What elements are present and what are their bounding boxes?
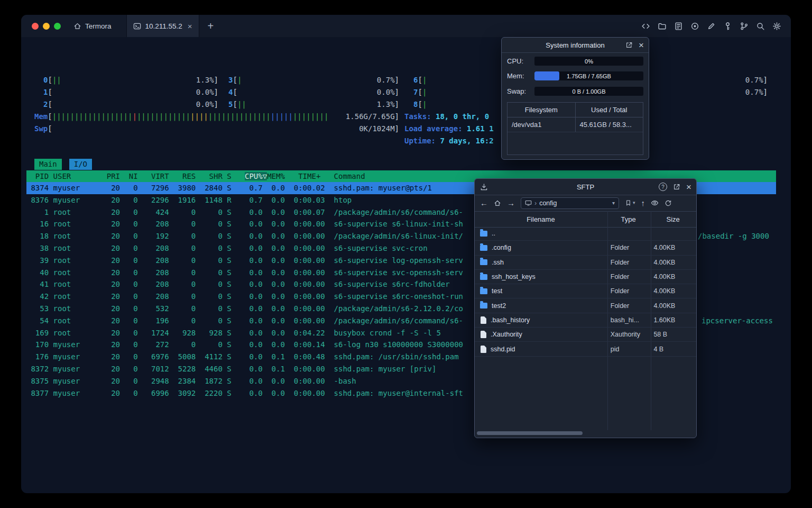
cpu-usage-bar: 0% bbox=[534, 57, 643, 66]
folder-icon bbox=[480, 303, 487, 309]
horizontal-scrollbar[interactable] bbox=[476, 431, 695, 436]
scrollbar-thumb[interactable] bbox=[477, 431, 583, 435]
zoom-window-button[interactable] bbox=[54, 23, 61, 30]
current-directory: config bbox=[539, 199, 557, 207]
cpu-meter-5: 5[|| 1.3%] bbox=[228, 98, 399, 111]
file-row[interactable]: ssh_host_keys Folder4.00KB bbox=[475, 270, 696, 284]
filesystem-row[interactable]: /dev/vda1 45.61GB / 58.3... bbox=[508, 117, 643, 132]
forward-button[interactable]: → bbox=[507, 199, 515, 207]
home-icon bbox=[494, 199, 501, 207]
eye-icon bbox=[651, 199, 659, 207]
folder-icon bbox=[658, 22, 667, 31]
htop-tab-main[interactable]: Main bbox=[34, 159, 62, 170]
titlebar: Termora 10.211.55.2 × + bbox=[21, 15, 791, 37]
chevron-right-icon: › bbox=[534, 199, 537, 207]
file-row[interactable]: sshd.pid pid4 B bbox=[475, 342, 696, 356]
minimize-window-button[interactable] bbox=[43, 23, 50, 30]
parent-directory-button[interactable]: ↑ bbox=[641, 199, 645, 207]
document-icon bbox=[674, 22, 683, 31]
port-forwarding-button[interactable] bbox=[739, 21, 749, 31]
tasks-summary: Tasks: 18, 0 thr, 0 bbox=[404, 111, 489, 123]
htop-tab-io[interactable]: I/O bbox=[69, 159, 92, 170]
download-icon bbox=[480, 183, 488, 191]
file-row[interactable]: test2 Folder4.00KB bbox=[475, 298, 696, 313]
memory-meter: Mem[ |||||||||||||||||||||||||||||||||||… bbox=[34, 111, 399, 123]
home-icon bbox=[73, 22, 81, 30]
open-in-window-icon[interactable] bbox=[625, 41, 633, 49]
code-snippets-button[interactable] bbox=[641, 21, 650, 31]
panel-title: System information bbox=[546, 41, 604, 49]
folder-icon bbox=[480, 259, 487, 265]
log-button[interactable] bbox=[673, 21, 683, 31]
cpu-meter-3: 3[| 0.7%] bbox=[228, 74, 399, 86]
refresh-icon bbox=[665, 199, 672, 207]
command-overflow-text: /basedir -g 3000 bbox=[698, 230, 769, 242]
close-panel-icon[interactable]: × bbox=[639, 41, 644, 50]
path-breadcrumb[interactable]: › config ▾ bbox=[521, 197, 619, 209]
tab-termora-home[interactable]: Termora bbox=[69, 15, 126, 37]
filesystem-table: Filesystem Used / Total /dev/vda1 45.61G… bbox=[507, 102, 643, 155]
keys-button[interactable] bbox=[723, 21, 732, 31]
home-button[interactable] bbox=[494, 199, 501, 207]
bookmarks-button[interactable]: ▾ bbox=[625, 199, 635, 206]
column-type[interactable]: Type bbox=[607, 212, 650, 227]
code-icon bbox=[641, 22, 650, 31]
edit-button[interactable] bbox=[706, 21, 716, 31]
pencil-icon bbox=[707, 22, 716, 31]
cpu-meter-1: 1[ 0.0%] bbox=[43, 86, 218, 98]
file-row[interactable]: .. bbox=[475, 226, 696, 241]
session-tab-label: 10.211.55.2 bbox=[145, 22, 182, 30]
show-hidden-files-button[interactable] bbox=[651, 199, 659, 207]
window-controls bbox=[21, 23, 69, 30]
htop-screen-tabs: Main I/O bbox=[34, 159, 92, 170]
uptime: Uptime: 7 days, 16:2 bbox=[404, 135, 494, 147]
command-overflow-text: ipcserver-access bbox=[702, 315, 773, 327]
file-row[interactable]: .Xauthority Xauthority58 B bbox=[475, 328, 696, 342]
transfers-button[interactable] bbox=[480, 179, 488, 195]
key-icon bbox=[723, 22, 732, 31]
load-average: Load average: 1.61 1 bbox=[404, 123, 494, 135]
app-window: Termora 10.211.55.2 × + 0[|| 1.3%] 1[ bbox=[21, 15, 791, 493]
file-row[interactable]: test Folder4.00KB bbox=[475, 284, 696, 298]
close-panel-icon[interactable]: × bbox=[686, 183, 691, 192]
record-icon bbox=[690, 22, 699, 31]
refresh-button[interactable] bbox=[665, 199, 672, 207]
column-filename[interactable]: Filename bbox=[475, 212, 607, 227]
settings-button[interactable] bbox=[772, 21, 781, 31]
close-window-button[interactable] bbox=[32, 23, 39, 30]
search-button[interactable] bbox=[755, 21, 765, 31]
file-icon bbox=[481, 331, 486, 338]
new-tab-button[interactable]: + bbox=[199, 15, 223, 37]
folder-icon bbox=[480, 231, 487, 237]
open-in-window-icon[interactable] bbox=[673, 183, 680, 190]
file-icon bbox=[481, 316, 486, 324]
sftp-toolbar: ← → › config ▾ ▾ ↑ bbox=[475, 195, 696, 211]
close-tab-icon[interactable]: × bbox=[187, 22, 192, 31]
help-icon[interactable]: ? bbox=[659, 183, 667, 191]
column-size[interactable]: Size bbox=[650, 212, 696, 227]
sftp-panel: SFTP ? × ← → › config ▾ ▾ ↑ Filena bbox=[474, 178, 697, 438]
system-information-panel: System information × CPU: 0% Mem: 1.75GB… bbox=[501, 37, 649, 160]
sort-column-cpu[interactable]: CPU%▽ bbox=[245, 172, 267, 180]
swap-usage-row: Swap: 0 B / 1.00GB bbox=[507, 87, 643, 96]
file-icon bbox=[481, 346, 486, 353]
panel-titlebar: System information × bbox=[502, 38, 649, 53]
back-button[interactable]: ← bbox=[480, 199, 488, 207]
folder-button[interactable] bbox=[657, 21, 667, 31]
search-icon bbox=[756, 22, 765, 31]
cpu-meter-2: 2[ 0.0%] bbox=[43, 98, 218, 111]
cpu-meter-0: 0[|| 1.3%] bbox=[43, 74, 218, 86]
folder-icon bbox=[480, 245, 487, 251]
tab-session[interactable]: 10.211.55.2 × bbox=[126, 15, 199, 37]
file-row[interactable]: .config Folder4.00KB bbox=[475, 241, 696, 255]
branch-icon bbox=[740, 22, 749, 31]
filesystem-table-header: Filesystem Used / Total bbox=[508, 103, 643, 117]
file-row[interactable]: .bash_history bash_hi...1.60KB bbox=[475, 313, 696, 328]
chevron-down-icon[interactable]: ▾ bbox=[612, 200, 615, 206]
memory-usage-bar: 1.75GB / 7.65GB bbox=[534, 71, 643, 80]
record-button[interactable] bbox=[690, 21, 699, 31]
cpu-meter-4: 4[ 0.0%] bbox=[228, 86, 399, 98]
file-row[interactable]: .ssh Folder4.00KB bbox=[475, 256, 696, 270]
memory-usage-row: Mem: 1.75GB / 7.65GB bbox=[507, 71, 643, 80]
file-table-header[interactable]: Filename Type Size bbox=[475, 211, 696, 228]
